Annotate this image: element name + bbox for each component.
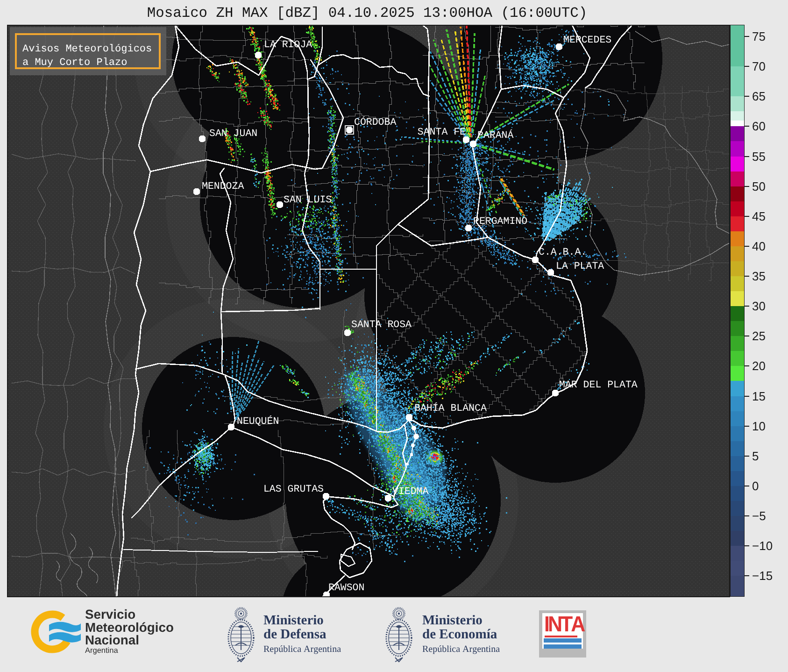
svg-text:LA PLATA: LA PLATA	[556, 261, 604, 272]
svg-text:SAN LUIS: SAN LUIS	[284, 194, 332, 206]
svg-text:MENDOZA: MENDOZA	[202, 181, 244, 192]
svg-text:SANTA ROSA: SANTA ROSA	[351, 319, 412, 330]
svg-text:MERCEDES: MERCEDES	[563, 35, 611, 46]
svg-text:VIEDMA: VIEDMA	[392, 486, 429, 497]
svg-text:Servicio: Servicio	[85, 607, 135, 622]
svg-text:Meteorológico: Meteorológico	[85, 620, 174, 635]
svg-text:PERGAMINO: PERGAMINO	[473, 216, 527, 227]
svg-text:BAHÍA BLANCA: BAHÍA BLANCA	[414, 402, 487, 414]
svg-text:PARANÁ: PARANÁ	[477, 129, 514, 141]
svg-text:LA RIOJA: LA RIOJA	[264, 39, 312, 50]
svg-text:Nacional: Nacional	[85, 633, 139, 647]
svg-text:SAN JUAN: SAN JUAN	[209, 128, 257, 139]
svg-text:CÓRDOBA: CÓRDOBA	[354, 116, 396, 128]
svg-text:MAR DEL PLATA: MAR DEL PLATA	[559, 379, 638, 391]
svg-text:Argentina: Argentina	[85, 646, 118, 655]
svg-text:C.A.B.A.: C.A.B.A.	[539, 247, 587, 258]
svg-text:LAS GRUTAS: LAS GRUTAS	[263, 484, 324, 495]
svg-text:RAWSON: RAWSON	[328, 582, 364, 593]
svg-text:SANTA FE: SANTA FE	[418, 127, 466, 138]
svg-text:NEUQUÉN: NEUQUÉN	[237, 415, 279, 427]
